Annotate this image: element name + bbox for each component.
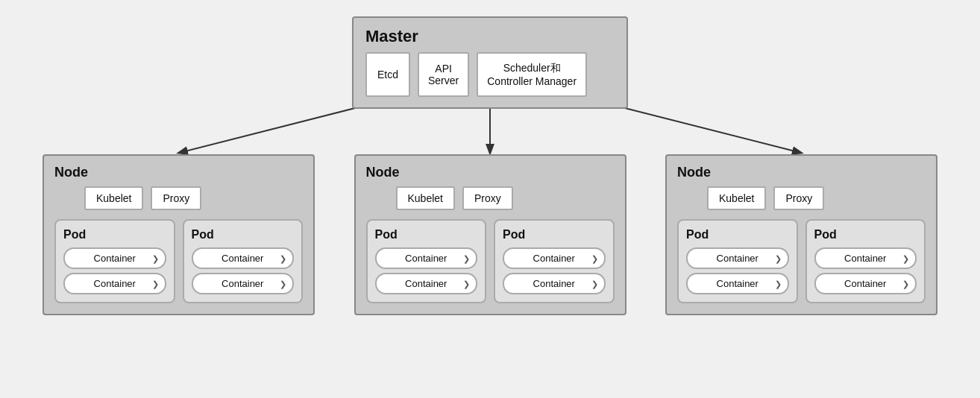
node-2-pod-2-label: Pod bbox=[503, 228, 606, 241]
node-2-pod-1-container-1: Container bbox=[375, 247, 478, 269]
node-1-pod-2-label: Pod bbox=[192, 228, 295, 241]
node-1-kubelet: Kubelet bbox=[84, 186, 143, 210]
node-1-label: Node bbox=[54, 165, 303, 180]
node-3-kubelet: Kubelet bbox=[707, 186, 766, 210]
node-1-pods: Pod Container Container Pod Container Co… bbox=[54, 219, 303, 303]
node-1-pod-1-container-1: Container bbox=[63, 247, 166, 269]
scheduler-component: Scheduler和Controller Manager bbox=[477, 52, 587, 97]
node-2-pod-1: Pod Container Container bbox=[366, 219, 487, 303]
node-3-label: Node bbox=[677, 165, 926, 180]
node-1-pod-2: Pod Container Container bbox=[183, 219, 304, 303]
node-3-pod-2-container-1: Container bbox=[814, 247, 917, 269]
node-3-pod-2-label: Pod bbox=[814, 228, 917, 241]
node-box-2: Node Kubelet Proxy Pod Container Contain… bbox=[354, 154, 626, 315]
node-3-pod-1: Pod Container Container bbox=[677, 219, 798, 303]
node-3-pod-2: Pod Container Container bbox=[805, 219, 926, 303]
node-2-kubelet: Kubelet bbox=[396, 186, 455, 210]
kubernetes-architecture-diagram: Master Etcd APIServer Scheduler和Controll… bbox=[43, 9, 937, 389]
nodes-row: Node Kubelet Proxy Pod Container Contain… bbox=[43, 154, 937, 315]
node-1-pod-2-container-2: Container bbox=[192, 273, 295, 294]
node-3-agents: Kubelet Proxy bbox=[677, 186, 926, 210]
node-3-pods: Pod Container Container Pod Container Co… bbox=[677, 219, 926, 303]
master-box: Master Etcd APIServer Scheduler和Controll… bbox=[352, 16, 628, 109]
node-1-agents: Kubelet Proxy bbox=[54, 186, 303, 210]
node-1-pod-2-container-1: Container bbox=[192, 247, 295, 269]
api-server-component: APIServer bbox=[418, 52, 469, 97]
node-2-label: Node bbox=[366, 165, 615, 180]
node-3-pod-2-container-2: Container bbox=[814, 273, 917, 294]
node-3-proxy: Proxy bbox=[773, 186, 824, 210]
etcd-component: Etcd bbox=[365, 52, 410, 97]
node-2-pods: Pod Container Container Pod Container Co… bbox=[366, 219, 615, 303]
node-3-pod-1-container-1: Container bbox=[686, 247, 789, 269]
node-1-pod-1-container-2: Container bbox=[63, 273, 166, 294]
master-label: Master bbox=[365, 27, 615, 46]
node-2-proxy: Proxy bbox=[462, 186, 513, 210]
node-2-pod-2: Pod Container Container bbox=[494, 219, 615, 303]
node-2-pod-2-container-2: Container bbox=[503, 273, 606, 294]
master-components: Etcd APIServer Scheduler和Controller Mana… bbox=[365, 52, 615, 97]
node-3-pod-1-label: Pod bbox=[686, 228, 789, 241]
node-1-pod-1: Pod Container Container bbox=[54, 219, 175, 303]
node-3-pod-1-container-2: Container bbox=[686, 273, 789, 294]
node-2-agents: Kubelet Proxy bbox=[366, 186, 615, 210]
node-box-1: Node Kubelet Proxy Pod Container Contain… bbox=[43, 154, 315, 315]
node-2-pod-2-container-1: Container bbox=[503, 247, 606, 269]
node-1-pod-1-label: Pod bbox=[63, 228, 166, 241]
node-box-3: Node Kubelet Proxy Pod Container Contain… bbox=[665, 154, 937, 315]
node-1-proxy: Proxy bbox=[151, 186, 201, 210]
node-2-pod-1-label: Pod bbox=[375, 228, 478, 241]
node-2-pod-1-container-2: Container bbox=[375, 273, 478, 294]
